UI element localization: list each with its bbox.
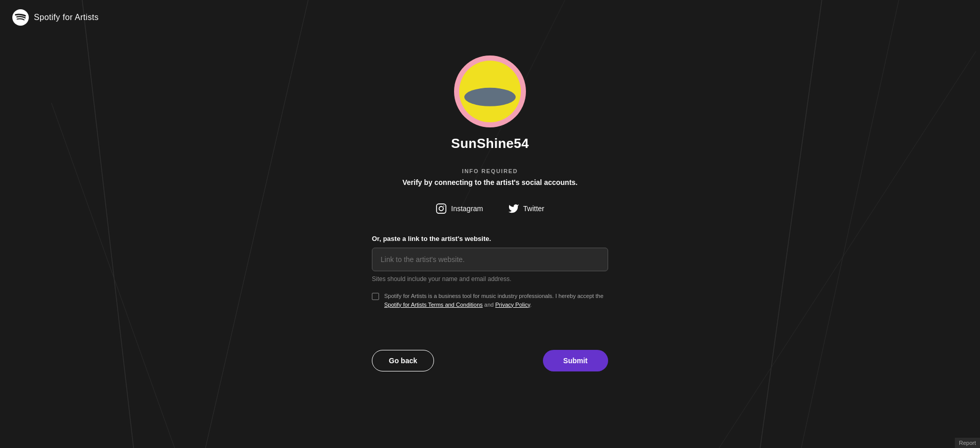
avatar-inner	[459, 61, 521, 122]
svg-point-10	[443, 206, 444, 207]
go-back-button[interactable]: Go back	[372, 350, 434, 371]
submit-button[interactable]: Submit	[543, 350, 608, 371]
social-buttons: Instagram Twitter	[431, 201, 548, 216]
website-section: Or, paste a link to the artist's website…	[372, 235, 608, 283]
logo-text: Spotify for Artists	[34, 13, 99, 22]
report-button[interactable]: Report	[955, 438, 980, 448]
terms-prefix: Spotify for Artists is a business tool f…	[384, 293, 604, 299]
twitter-icon	[508, 203, 519, 214]
info-subtitle: Verify by connecting to the artist's soc…	[403, 178, 578, 186]
instagram-label: Instagram	[451, 204, 483, 213]
twitter-button[interactable]: Twitter	[504, 201, 549, 216]
twitter-label: Twitter	[523, 204, 544, 213]
svg-rect-8	[437, 204, 446, 213]
logo-area: Spotify for Artists	[12, 9, 99, 26]
logo-light: for Artists	[60, 13, 99, 22]
artist-name: SunShine54	[451, 136, 529, 152]
terms-text: Spotify for Artists is a business tool f…	[384, 292, 608, 309]
terms-suffix: .	[530, 302, 532, 308]
avatar	[454, 55, 526, 127]
instagram-button[interactable]: Instagram	[431, 201, 487, 216]
privacy-policy-link[interactable]: Privacy Policy	[495, 302, 530, 308]
info-required-label: INFO REQUIRED	[403, 168, 578, 174]
logo-bold: Spotify	[34, 13, 60, 22]
svg-point-7	[12, 9, 29, 26]
terms-section: Spotify for Artists is a business tool f…	[372, 292, 608, 309]
header: Spotify for Artists	[0, 0, 980, 35]
footer-buttons: Go back Submit	[372, 350, 608, 371]
terms-checkbox[interactable]	[372, 293, 379, 300]
terms-middle: and	[483, 302, 495, 308]
website-hint: Sites should include your name and email…	[372, 275, 608, 283]
website-label: Or, paste a link to the artist's website…	[372, 235, 608, 242]
svg-point-9	[439, 207, 443, 211]
main-content: SunShine54 INFO REQUIRED Verify by conne…	[0, 35, 980, 371]
spotify-logo-icon	[12, 9, 29, 26]
instagram-icon	[436, 203, 447, 214]
info-section: INFO REQUIRED Verify by connecting to th…	[403, 168, 578, 186]
website-input[interactable]	[372, 248, 608, 271]
terms-conditions-link[interactable]: Spotify for Artists Terms and Conditions	[384, 302, 483, 308]
avatar-ellipse	[464, 88, 516, 106]
